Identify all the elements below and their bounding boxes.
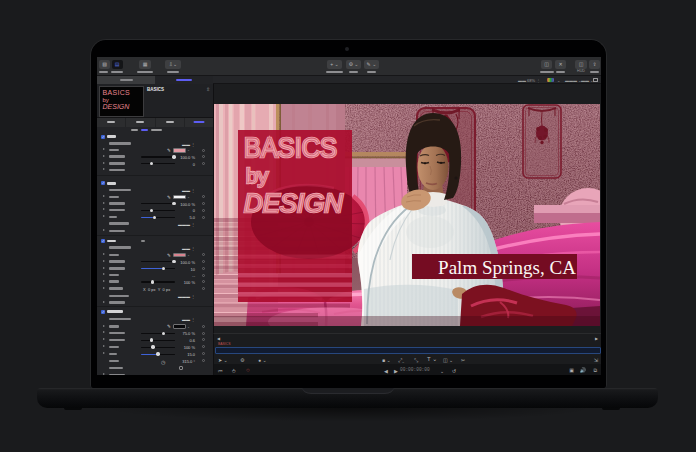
svg-text:BASICS: BASICS (244, 132, 337, 163)
svg-text:Palm Springs, CA: Palm Springs, CA (438, 257, 576, 278)
svg-text:DESIGN: DESIGN (244, 189, 344, 217)
svg-text:by: by (246, 164, 269, 187)
